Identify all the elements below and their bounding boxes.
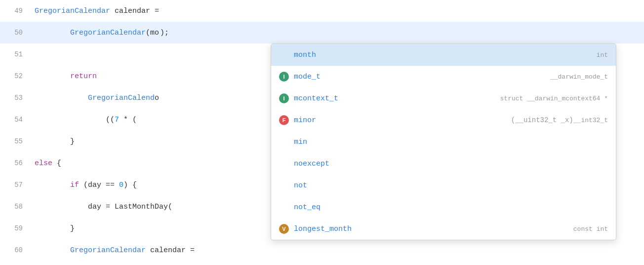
line-52-content: return (35, 66, 97, 88)
line-54-content: ((7 * ( (35, 109, 137, 131)
longest_month-icon: V (279, 224, 289, 234)
autocomplete-item-month[interactable]: month int (271, 44, 616, 66)
gregorian-class-50: GregorianCalendar (70, 29, 146, 37)
min-match: mi (294, 138, 303, 146)
minor-name: minor (294, 116, 510, 125)
not-icon (279, 180, 289, 190)
line-number-57: 57 (0, 174, 35, 196)
autocomplete-item-min[interactable]: min (271, 131, 616, 153)
line-number-59: 59 (0, 218, 35, 239)
min-name: min (294, 138, 608, 146)
line-number-51: 51 (0, 44, 35, 65)
not_eq-icon (279, 202, 289, 212)
longest_month-type: const int (573, 225, 608, 233)
autocomplete-dropdown[interactable]: month int I mode_t __darwin_mode_t I mco… (271, 44, 616, 240)
line-number-49: 49 (0, 0, 35, 22)
line-number-54: 54 (0, 109, 35, 131)
mode_t-icon: I (279, 72, 289, 82)
month-type: int (597, 51, 608, 59)
minor-type: __int32_t (573, 117, 608, 124)
min-icon (279, 137, 289, 147)
mcontext_t-type: struct __darwin_mcontext64 * (500, 95, 608, 102)
line-50-content: GregorianCalendar(mo); (35, 22, 169, 44)
mode_t-name: mode_t (294, 73, 550, 81)
code-line-60: 60 GregorianCalendar calendar = (0, 239, 644, 261)
line-number-53: 53 (0, 87, 35, 109)
line-number-56: 56 (0, 152, 35, 174)
not_eq-name: not_eq (294, 203, 608, 212)
autocomplete-item-not_eq[interactable]: not_eq (271, 196, 616, 218)
autocomplete-item-minor[interactable]: F minor (__uint32_t _x) __int32_t (271, 109, 616, 131)
month-match: mo (294, 51, 303, 59)
minor-match: mi (294, 116, 303, 125)
line-57-content: if (day == 0) { (35, 175, 137, 196)
autocomplete-item-longest_month[interactable]: V longest_month const int (271, 218, 616, 240)
line-53-content: GregorianCalendo (35, 88, 159, 109)
line-number-55: 55 (0, 131, 35, 152)
autocomplete-item-not[interactable]: not (271, 175, 616, 196)
month-icon (279, 50, 289, 60)
line-55-content: } (35, 131, 75, 153)
mcontext_t-name: mcontext_t (294, 94, 500, 103)
autocomplete-item-mode_t[interactable]: I mode_t __darwin_mode_t (271, 66, 616, 88)
line-number-58: 58 (0, 196, 35, 218)
line-56-content: else { (35, 153, 61, 175)
code-editor: 49 GregorianCalendar calendar = 50 Grego… (0, 0, 644, 265)
line-49-content: GregorianCalendar calendar = (35, 0, 159, 22)
mode_t-match: mo (294, 73, 303, 81)
line-59-content: } (35, 218, 75, 240)
mcontext_t-icon: I (279, 93, 289, 103)
line-number-52: 52 (0, 65, 35, 87)
code-line-49: 49 GregorianCalendar calendar = (0, 0, 644, 22)
minor-icon: F (279, 115, 289, 125)
noexcept-name: noexcept (294, 160, 608, 168)
code-line-50: 50 GregorianCalendar(mo); (0, 22, 644, 44)
line-number-50: 50 (0, 22, 35, 44)
longest_month-name: longest_month (294, 225, 573, 233)
line-number-60: 60 (0, 239, 35, 261)
noexcept-icon (279, 159, 289, 169)
minor-params: (__uint32_t _x) (511, 116, 573, 124)
not-name: not (294, 181, 608, 190)
autocomplete-item-noexcept[interactable]: noexcept (271, 153, 616, 175)
line-58-content: day = LastMonthDay( (35, 196, 172, 218)
line-60-content: GregorianCalendar calendar = (35, 240, 195, 262)
month-name: month (294, 51, 597, 59)
mcontext_t-match: mc (294, 94, 303, 103)
line-49-class: GregorianCalendar (35, 7, 110, 15)
mode_t-type: __darwin_mode_t (550, 73, 608, 81)
autocomplete-item-mcontext_t[interactable]: I mcontext_t struct __darwin_mcontext64 … (271, 88, 616, 109)
